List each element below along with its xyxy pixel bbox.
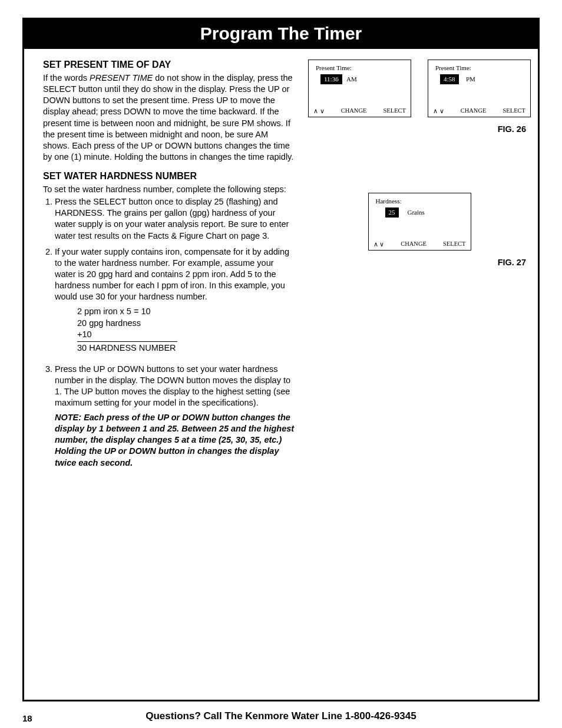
step3-note: NOTE: Each press of the UP or DOWN butto… [55, 412, 296, 469]
display-hardness-label: Hardness: [376, 197, 402, 205]
fig26-row: Present Time: 11:36 AM ∧ ∨ CHANGE SELECT… [308, 60, 531, 117]
display-pm: Present Time: 4:58 PM ∧ ∨ CHANGE SELECT [428, 60, 531, 117]
section1-text-pre: If the words [43, 73, 90, 83]
left-column: SET PRESENT TIME OF DAY If the words PRE… [43, 60, 296, 473]
display-am-label: Present Time: [316, 64, 352, 71]
fig27-caption: FIG. 27 [308, 258, 526, 267]
step3-text: Press the UP or DOWN buttons to set your… [55, 364, 290, 407]
section1-text-post: do not show in the display, press the SE… [43, 73, 293, 162]
footer-text: Questions? Call The Kenmore Water Line 1… [0, 710, 562, 722]
calc-line-4: 30 HARDNESS NUMBER [77, 342, 296, 354]
display-am-arrows: ∧ ∨ [313, 107, 325, 114]
section1-body: If the words PRESENT TIME do not show in… [43, 73, 296, 163]
section2-intro: To set the water hardness number, comple… [43, 184, 296, 195]
display-pm-change: CHANGE [461, 107, 487, 114]
display-hardness-select: SELECT [443, 241, 466, 248]
display-hardness-arrows: ∧ ∨ [373, 241, 385, 248]
calc-line-1: 2 ppm iron x 5 = 10 [77, 306, 296, 318]
display-hardness-change: CHANGE [401, 241, 427, 248]
display-am: Present Time: 11:36 AM ∧ ∨ CHANGE SELECT [308, 60, 411, 117]
right-column: Present Time: 11:36 AM ∧ ∨ CHANGE SELECT… [296, 60, 531, 473]
step-3: Press the UP or DOWN buttons to set your… [55, 364, 296, 469]
step1-pre: Press the SELECT button once to display … [55, 197, 278, 206]
content-area: SET PRESENT TIME OF DAY If the words PRE… [24, 49, 538, 473]
steps-list: Press the SELECT button once to display … [43, 196, 296, 469]
calc-block: 2 ppm iron x 5 = 10 20 gpg hardness +10 … [77, 306, 296, 354]
display-am-time: 11:36 [320, 74, 342, 84]
page-title: Program The Timer [24, 19, 538, 49]
page-frame: Program The Timer SET PRESENT TIME OF DA… [22, 18, 540, 701]
display-hardness: Hardness: 25 Grains ∧ ∨ CHANGE SELECT [368, 193, 471, 251]
display-hardness-value: 25 [385, 207, 399, 218]
step1-italic: HARDNESS. [55, 208, 105, 218]
display-pm-select: SELECT [503, 107, 526, 114]
section1-text-italic: PRESENT TIME [90, 73, 153, 83]
display-pm-time: 4:58 [440, 74, 459, 84]
fig27-wrap: Hardness: 25 Grains ∧ ∨ CHANGE SELECT FI… [308, 193, 531, 267]
calc-rule [77, 341, 177, 342]
display-am-ampm: AM [346, 75, 357, 83]
calc-line-2: 20 gpg hardness [77, 318, 296, 330]
step-1: Press the SELECT button once to display … [55, 196, 296, 242]
display-pm-arrows: ∧ ∨ [433, 107, 444, 114]
display-pm-label: Present Time: [435, 64, 471, 71]
fig26-caption: FIG. 26 [308, 124, 526, 134]
calc-line-3: +10 [77, 329, 296, 341]
section1-heading: SET PRESENT TIME OF DAY [43, 60, 296, 70]
display-am-select: SELECT [384, 107, 406, 114]
page-number: 18 [22, 713, 32, 723]
display-am-change: CHANGE [341, 107, 367, 114]
display-hardness-unit: Grains [408, 209, 425, 216]
display-pm-ampm: PM [466, 75, 475, 83]
step-2: If your water supply contains iron, comp… [55, 246, 296, 354]
section2-heading: SET WATER HARDNESS NUMBER [43, 171, 296, 182]
